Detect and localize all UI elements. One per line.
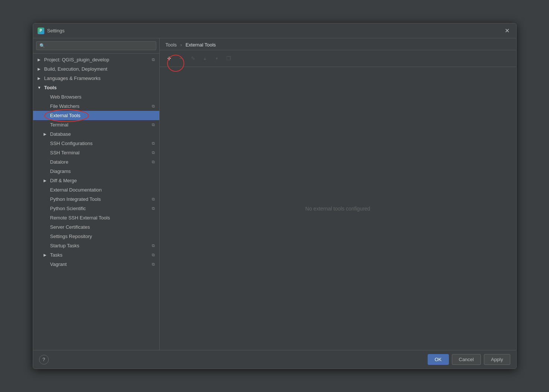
copy-icon-datalore: ⧉: [152, 160, 155, 164]
dialog-body: ▶ Project: QGIS_plugin_develop ⧉ ▶ Build…: [33, 38, 516, 350]
chevron-right-icon: ▶: [44, 253, 49, 257]
sidebar-item-build[interactable]: ▶ Build, Execution, Deployment: [33, 64, 159, 74]
copy-icon-tasks: ⧉: [152, 253, 155, 257]
sidebar-label-languages: Languages & Frameworks: [44, 75, 155, 81]
search-input[interactable]: [36, 41, 156, 50]
sidebar-label-file-watchers: File Watchers: [50, 103, 150, 109]
breadcrumb-separator: ›: [180, 42, 182, 48]
settings-dialog: P Settings ✕ ▶ Project: QGIS_plugin_deve…: [33, 23, 517, 369]
main-content-area: No external tools configured: [160, 67, 516, 350]
copy-icon-python-scientific: ⧉: [152, 206, 155, 211]
sidebar-label-tools: Tools: [44, 85, 155, 90]
chevron-right-icon: ▶: [44, 132, 49, 136]
sidebar-item-startup-tasks[interactable]: ▶ Startup Tasks ⧉: [33, 241, 159, 250]
sidebar-item-diagrams[interactable]: ▶ Diagrams: [33, 167, 159, 176]
breadcrumb-parent: Tools: [166, 42, 177, 48]
nav-list: ▶ Project: QGIS_plugin_develop ⧉ ▶ Build…: [33, 54, 159, 350]
sidebar-item-diff-merge[interactable]: ▶ Diff & Merge: [33, 176, 159, 185]
dialog-title: Settings: [47, 28, 65, 33]
sidebar-item-python-scientific[interactable]: ▶ Python Scientific ⧉: [33, 204, 159, 213]
sidebar-item-external-documentation[interactable]: ▶ External Documentation: [33, 185, 159, 195]
sidebar-item-server-certificates[interactable]: ▶ Server Certificates: [33, 222, 159, 232]
copy-icon-ssh-terminal: ⧉: [152, 150, 155, 155]
copy-icon-python-integrated-tools: ⧉: [152, 197, 155, 202]
edit-tool-button[interactable]: ✎: [188, 53, 198, 64]
copy-icon-project: ⧉: [152, 57, 155, 62]
title-bar-left: P Settings: [38, 28, 65, 34]
sidebar-label-project: Project: QGIS_plugin_develop: [44, 57, 150, 62]
sidebar-item-web-browsers[interactable]: ▶ Web Browsers: [33, 92, 159, 102]
chevron-right-icon: ▶: [38, 67, 43, 71]
chevron-down-icon: ▼: [38, 86, 43, 90]
chevron-right-icon: ▶: [44, 179, 49, 183]
remove-tool-button[interactable]: −: [176, 53, 186, 64]
sidebar-item-file-watchers[interactable]: ▶ File Watchers ⧉: [33, 102, 159, 111]
sidebar-label-diff-merge: Diff & Merge: [50, 178, 155, 183]
sidebar-label-settings-repository: Settings Repository: [50, 234, 155, 239]
sidebar-label-build: Build, Execution, Deployment: [44, 66, 155, 72]
sidebar-item-ssh-configurations[interactable]: ▶ SSH Configurations ⧉: [33, 139, 159, 148]
footer-right: OK Cancel Apply: [428, 354, 510, 365]
copy-tool-button[interactable]: ❐: [224, 53, 234, 64]
sidebar-item-project[interactable]: ▶ Project: QGIS_plugin_develop ⧉: [33, 55, 159, 64]
sidebar-label-diagrams: Diagrams: [50, 168, 155, 174]
copy-icon-vagrant: ⧉: [152, 262, 155, 267]
chevron-right-icon: ▶: [38, 76, 43, 80]
sidebar-label-datalore: Datalore: [50, 159, 150, 165]
sidebar-item-languages[interactable]: ▶ Languages & Frameworks: [33, 74, 159, 83]
sidebar-item-tools[interactable]: ▼ Tools: [33, 83, 159, 92]
copy-icon-startup-tasks: ⧉: [152, 243, 155, 248]
copy-icon-file-watchers: ⧉: [152, 104, 155, 109]
sidebar-label-external-documentation: External Documentation: [50, 187, 155, 193]
toolbar: + − ✎ ▲ ▼ ❐: [160, 50, 516, 67]
help-button[interactable]: ?: [39, 355, 49, 364]
title-bar: P Settings ✕: [33, 23, 516, 38]
sidebar-label-vagrant: Vagrant: [50, 261, 150, 267]
sidebar-label-python-scientific: Python Scientific: [50, 206, 150, 211]
close-button[interactable]: ✕: [502, 26, 512, 35]
sidebar-label-web-browsers: Web Browsers: [50, 94, 155, 100]
sidebar-item-settings-repository[interactable]: ▶ Settings Repository: [33, 232, 159, 241]
add-button-wrapper: +: [164, 53, 175, 64]
apply-button[interactable]: Apply: [484, 354, 510, 365]
footer-left: ?: [39, 355, 49, 364]
sidebar-item-vagrant[interactable]: ▶ Vagrant ⧉: [33, 260, 159, 269]
ok-button[interactable]: OK: [428, 354, 449, 365]
sidebar-label-startup-tasks: Startup Tasks: [50, 243, 150, 248]
copy-icon-ssh-configurations: ⧉: [152, 141, 155, 146]
sidebar-label-external-tools: External Tools: [50, 113, 155, 118]
sidebar-label-server-certificates: Server Certificates: [50, 224, 155, 230]
sidebar-item-database[interactable]: ▶ Database: [33, 129, 159, 139]
sidebar-item-tasks[interactable]: ▶ Tasks ⧉: [33, 250, 159, 260]
move-down-tool-button[interactable]: ▼: [212, 53, 222, 64]
content-area: Tools › External Tools + − ✎ ▲ ▼ ❐ No ex…: [160, 38, 516, 350]
cancel-button[interactable]: Cancel: [452, 354, 481, 365]
breadcrumb-current: External Tools: [185, 42, 216, 48]
move-up-tool-button[interactable]: ▲: [200, 53, 210, 64]
sidebar: ▶ Project: QGIS_plugin_develop ⧉ ▶ Build…: [33, 38, 160, 350]
sidebar-label-terminal: Terminal: [50, 122, 150, 128]
copy-icon-terminal: ⧉: [152, 122, 155, 127]
sidebar-label-remote-ssh-external-tools: Remote SSH External Tools: [50, 215, 155, 221]
sidebar-item-remote-ssh-external-tools[interactable]: ▶ Remote SSH External Tools: [33, 213, 159, 222]
app-icon: P: [38, 28, 44, 34]
sidebar-label-ssh-terminal: SSH Terminal: [50, 150, 150, 155]
breadcrumb: Tools › External Tools: [160, 38, 516, 50]
sidebar-item-python-integrated-tools[interactable]: ▶ Python Integrated Tools ⧉: [33, 195, 159, 204]
sidebar-label-database: Database: [50, 131, 155, 137]
chevron-right-icon: ▶: [38, 58, 43, 62]
sidebar-label-tasks: Tasks: [50, 252, 150, 258]
empty-message: No external tools configured: [305, 206, 370, 212]
sidebar-label-ssh-configurations: SSH Configurations: [50, 141, 150, 146]
search-box: [33, 38, 159, 54]
sidebar-label-python-integrated-tools: Python Integrated Tools: [50, 196, 150, 202]
sidebar-item-ssh-terminal[interactable]: ▶ SSH Terminal ⧉: [33, 148, 159, 157]
sidebar-item-external-tools[interactable]: ▶ External Tools: [33, 111, 159, 120]
sidebar-item-datalore[interactable]: ▶ Datalore ⧉: [33, 157, 159, 167]
add-tool-button[interactable]: +: [164, 53, 175, 64]
dialog-footer: ? OK Cancel Apply: [33, 350, 516, 369]
sidebar-item-terminal[interactable]: ▶ Terminal ⧉: [33, 120, 159, 129]
